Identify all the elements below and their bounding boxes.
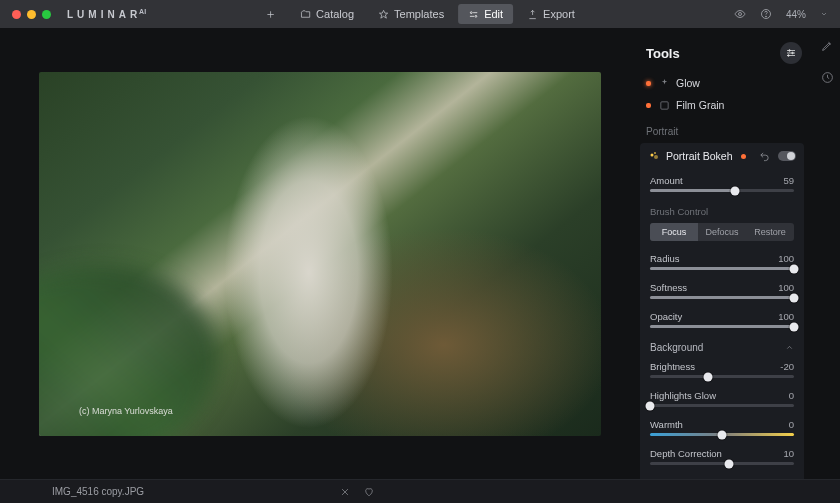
- image-credit: (c) Maryna Yurlovskaya: [79, 406, 173, 416]
- nav-add[interactable]: [255, 5, 286, 24]
- side-panel: Tools Glow Film Grain Portrait Portrai: [640, 28, 840, 479]
- grain-icon: [659, 100, 670, 111]
- slider-radius[interactable]: Radius100: [650, 249, 794, 278]
- slider-edges-correction[interactable]: Edges Correction3: [650, 473, 794, 479]
- question-icon[interactable]: [760, 8, 772, 20]
- app-brand: LUMINARAI: [67, 8, 146, 20]
- slider-highlights-glow[interactable]: Highlights Glow0: [650, 386, 794, 415]
- tools-panel: Tools Glow Film Grain Portrait Portrai: [640, 28, 814, 479]
- modified-marker: [646, 81, 651, 86]
- background-label: Background: [650, 342, 703, 353]
- edit-icon: [468, 9, 479, 20]
- tool-film-grain[interactable]: Film Grain: [640, 94, 804, 116]
- slider-value: 0: [789, 390, 794, 401]
- svg-marker-2: [379, 10, 387, 18]
- nav-export[interactable]: Export: [517, 4, 585, 24]
- portrait-bokeh-header[interactable]: Portrait Bokeh: [640, 143, 804, 169]
- right-rail: [814, 28, 840, 479]
- nav-catalog[interactable]: Catalog: [290, 4, 364, 24]
- brush-segments: Focus Defocus Restore: [650, 223, 794, 241]
- nav-catalog-label: Catalog: [316, 8, 354, 20]
- slider-softness[interactable]: Softness100: [650, 278, 794, 307]
- slider-label: Radius: [650, 253, 680, 264]
- nav-edit-label: Edit: [484, 8, 503, 20]
- svg-point-5: [475, 15, 477, 17]
- image-canvas[interactable]: (c) Maryna Yurlovskaya: [39, 72, 601, 436]
- background-accordion[interactable]: Background: [640, 336, 804, 355]
- nav-templates-label: Templates: [394, 8, 444, 20]
- nav-templates[interactable]: Templates: [368, 4, 454, 24]
- zoom-level[interactable]: 44%: [786, 9, 806, 20]
- slider-value: 0: [789, 419, 794, 430]
- slider-label: Opacity: [650, 311, 682, 322]
- slider-label: Softness: [650, 282, 687, 293]
- tool-glow-label: Glow: [676, 77, 700, 89]
- nav-center: Catalog Templates Edit Export: [255, 4, 585, 24]
- slider-label: Amount: [650, 175, 683, 186]
- slider-value: 100: [778, 253, 794, 264]
- brand-text: LUMINAR: [67, 9, 141, 20]
- canvas-stage: (c) Maryna Yurlovskaya: [0, 28, 640, 479]
- slider-value: 59: [783, 175, 794, 186]
- slider-label: Brightness: [650, 361, 695, 372]
- portrait-bokeh-title: Portrait Bokeh: [666, 150, 733, 162]
- slider-value: 100: [778, 282, 794, 293]
- slider-amount[interactable]: Amount59: [650, 171, 794, 200]
- svg-point-3: [470, 11, 472, 13]
- slider-label: Warmth: [650, 419, 683, 430]
- slider-value: -20: [780, 361, 794, 372]
- tool-toggle[interactable]: [778, 151, 796, 161]
- slider-opacity[interactable]: Opacity100: [650, 307, 794, 336]
- tool-glow[interactable]: Glow: [640, 72, 804, 94]
- undo-icon[interactable]: [759, 151, 770, 162]
- svg-point-19: [654, 152, 656, 154]
- slider-label: Edges Correction: [650, 477, 723, 479]
- maximize-window[interactable]: [42, 10, 51, 19]
- brush-control-label: Brush Control: [640, 200, 804, 219]
- seg-restore[interactable]: Restore: [746, 223, 794, 241]
- svg-point-7: [738, 13, 741, 16]
- close-icon[interactable]: [340, 487, 350, 497]
- export-icon: [527, 9, 538, 20]
- slider-warmth[interactable]: Warmth0: [650, 415, 794, 444]
- svg-point-9: [766, 16, 767, 17]
- portrait-bokeh-card: Portrait Bokeh Amount59 Brush Control: [640, 143, 804, 479]
- template-icon: [378, 9, 389, 20]
- modified-marker: [741, 154, 746, 159]
- seg-focus[interactable]: Focus: [650, 223, 698, 241]
- slider-depth-correction[interactable]: Depth Correction10: [650, 444, 794, 473]
- seg-defocus[interactable]: Defocus: [698, 223, 746, 241]
- clock-icon: [821, 71, 834, 84]
- chevron-up-icon: [785, 343, 794, 352]
- chevron-down-icon[interactable]: [820, 10, 828, 18]
- rail-history[interactable]: [821, 70, 834, 88]
- minimize-window[interactable]: [27, 10, 36, 19]
- bokeh-icon: [648, 150, 660, 162]
- window-controls: [12, 10, 51, 19]
- slider-brightness[interactable]: Brightness-20: [650, 357, 794, 386]
- nav-export-label: Export: [543, 8, 575, 20]
- filename: IMG_4516 copy.JPG: [52, 486, 144, 497]
- tools-title: Tools: [646, 46, 680, 61]
- slider-label: Depth Correction: [650, 448, 722, 459]
- nav-edit[interactable]: Edit: [458, 4, 513, 24]
- slider-value: 10: [783, 448, 794, 459]
- titlebar-right: 44%: [734, 8, 828, 20]
- eye-icon[interactable]: [734, 8, 746, 20]
- slider-label: Highlights Glow: [650, 390, 716, 401]
- sliders-icon: [785, 47, 797, 59]
- tool-film-grain-label: Film Grain: [676, 99, 724, 111]
- heart-icon[interactable]: [364, 487, 374, 497]
- titlebar: LUMINARAI Catalog Templates Edit Export …: [0, 0, 840, 28]
- svg-point-15: [788, 55, 790, 57]
- brand-sup: AI: [139, 8, 146, 15]
- folder-icon: [300, 9, 311, 20]
- rail-edit[interactable]: [821, 38, 834, 56]
- section-portrait: Portrait: [640, 116, 804, 143]
- svg-point-13: [789, 50, 791, 52]
- close-window[interactable]: [12, 10, 21, 19]
- footer: IMG_4516 copy.JPG: [0, 479, 840, 503]
- plus-icon: [265, 9, 276, 20]
- tools-filter-button[interactable]: [780, 42, 802, 64]
- svg-point-18: [654, 155, 658, 159]
